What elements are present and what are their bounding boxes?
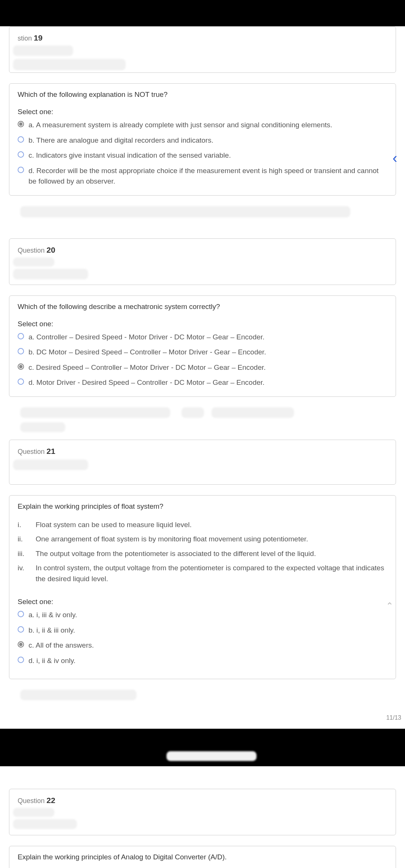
question-label: Question 21 — [18, 447, 387, 456]
option-21-c[interactable]: c. All of the answers. — [18, 640, 387, 651]
option-19-b[interactable]: b. There are analogue and digital record… — [18, 135, 387, 146]
question-label: Question 20 — [18, 246, 387, 255]
statement: iv.In control system, the output voltage… — [18, 563, 387, 584]
statements: i.Float system can be used to measure li… — [18, 520, 387, 585]
question-body-19: Which of the following explanation is NO… — [9, 83, 396, 196]
roman: i. — [18, 520, 36, 530]
roman: iii. — [18, 549, 36, 559]
statement-text: One arrangement of float system is by mo… — [36, 534, 308, 545]
question-prefix: Question — [18, 247, 45, 254]
page-content: stion 19 Which of the following explanat… — [0, 26, 405, 729]
question-text: Explain the working principles of float … — [18, 502, 387, 511]
option-text: b. DC Motor – Desired Speed – Controller… — [28, 347, 266, 358]
question-header-21: Question 21 — [9, 440, 396, 485]
radio-icon — [18, 657, 24, 663]
redacted-top — [9, 766, 396, 778]
radio-icon — [18, 378, 24, 385]
option-text: a. A measurement system is already compl… — [28, 120, 332, 131]
select-one-label: Select one: — [18, 108, 387, 116]
roman: iv. — [18, 563, 36, 584]
question-prefix: Question — [18, 448, 45, 455]
option-text: c. Indicators give instant visual indica… — [28, 150, 231, 161]
caret-up-icon[interactable]: ⌃ — [386, 601, 393, 611]
question-body-22: Explain the working principles of Analog… — [9, 846, 396, 868]
option-text: d. Recorder will be the most appropriate… — [28, 166, 387, 187]
question-prefix: stion — [18, 35, 32, 42]
option-text: c. All of the answers. — [28, 640, 94, 651]
option-text: b. There are analogue and digital record… — [28, 135, 213, 146]
roman: ii. — [18, 534, 36, 545]
option-21-b[interactable]: b. i, ii & iii only. — [18, 625, 387, 636]
option-19-c[interactable]: c. Indicators give instant visual indica… — [18, 150, 387, 161]
question-prefix: Question — [18, 797, 45, 805]
question-body-21: Explain the working principles of float … — [9, 495, 396, 680]
option-20-b[interactable]: b. DC Motor – Desired Speed – Controller… — [18, 347, 387, 358]
option-19-a[interactable]: a. A measurement system is already compl… — [18, 120, 387, 131]
statement-text: Float system can be used to measure liqu… — [36, 520, 192, 530]
option-text: a. Controller – Desired Speed - Motor Dr… — [28, 332, 264, 343]
radio-icon — [18, 348, 24, 354]
option-20-c[interactable]: c. Desired Speed – Controller – Motor Dr… — [18, 362, 387, 373]
radio-icon — [18, 121, 24, 127]
radio-icon — [18, 626, 24, 633]
option-21-a[interactable]: a. i, iii & iv only. — [18, 610, 387, 621]
chevron-left-icon[interactable]: ‹ — [387, 150, 403, 166]
option-20-a[interactable]: a. Controller – Desired Speed - Motor Dr… — [18, 332, 387, 343]
question-text: Explain the working principles of Analog… — [18, 853, 387, 861]
page-content-2: Question 22 Explain the working principl… — [0, 766, 405, 868]
statement: i.Float system can be used to measure li… — [18, 520, 387, 530]
question-number: 19 — [34, 33, 42, 42]
option-text: d. i, ii & iv only. — [28, 656, 75, 666]
question-label: Question 22 — [18, 796, 387, 805]
radio-icon — [18, 363, 24, 370]
statement: ii.One arrangement of float system is by… — [18, 534, 387, 545]
question-header-19: stion 19 — [9, 26, 396, 73]
question-text: Which of the following describe a mechat… — [18, 303, 387, 311]
statement: iii.The output voltage from the potentio… — [18, 549, 387, 559]
redacted-feedback — [9, 206, 396, 223]
question-label: stion 19 — [18, 33, 387, 42]
redacted-feedback — [9, 407, 396, 425]
statement-text: The output voltage from the potentiomete… — [36, 549, 316, 559]
radio-icon — [18, 167, 24, 173]
question-header-20: Question 20 — [9, 238, 396, 285]
radio-icon — [18, 641, 24, 648]
question-body-20: Which of the following describe a mechat… — [9, 295, 396, 397]
radio-icon — [18, 611, 24, 617]
redacted-feedback — [9, 690, 396, 707]
option-text: c. Desired Speed – Controller – Motor Dr… — [28, 362, 266, 373]
option-text: b. i, ii & iii only. — [28, 625, 75, 636]
question-number: 20 — [46, 246, 55, 254]
question-number: 21 — [46, 447, 55, 455]
select-one-label: Select one: — [18, 598, 387, 606]
option-20-d[interactable]: d. Motor Driver - Desired Speed – Contro… — [18, 377, 387, 388]
option-text: a. i, iii & iv only. — [28, 610, 77, 621]
radio-icon — [18, 151, 24, 158]
question-text: Which of the following explanation is NO… — [18, 90, 387, 99]
page-divider — [0, 732, 405, 744]
statement-text: In control system, the output voltage fr… — [36, 563, 387, 584]
option-19-d[interactable]: d. Recorder will be the most appropriate… — [18, 166, 387, 187]
option-text: d. Motor Driver - Desired Speed – Contro… — [28, 377, 264, 388]
radio-icon — [18, 136, 24, 143]
top-bar — [0, 0, 405, 26]
option-21-d[interactable]: d. i, ii & iv only. — [18, 656, 387, 666]
page-indicator: 11/13 — [0, 714, 405, 721]
question-header-22: Question 22 — [9, 789, 396, 835]
radio-icon — [18, 333, 24, 339]
question-number: 22 — [46, 796, 55, 805]
select-one-label: Select one: — [18, 320, 387, 328]
